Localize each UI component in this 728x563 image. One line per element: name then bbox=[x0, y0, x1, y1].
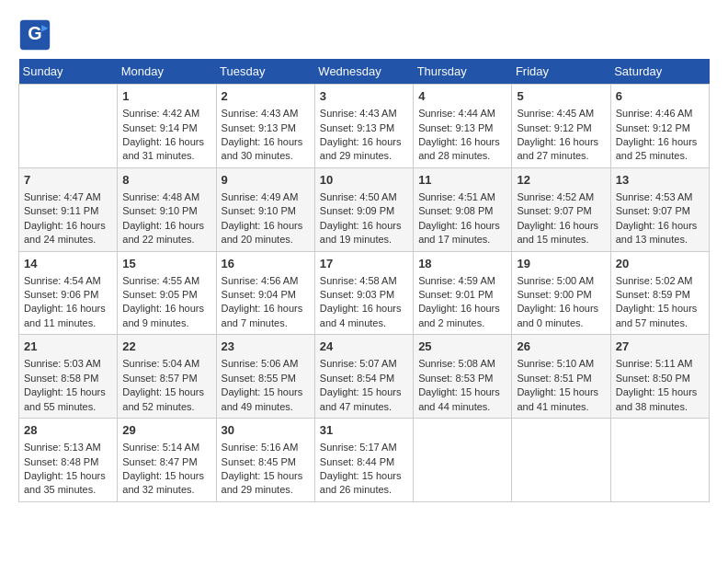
day-info: Sunset: 8:51 PM bbox=[517, 372, 605, 385]
day-info: Sunrise: 4:44 AM bbox=[418, 107, 506, 121]
day-info: Daylight: 15 hours bbox=[320, 469, 408, 483]
day-info: Sunset: 8:48 PM bbox=[24, 455, 112, 469]
calendar-cell: 31Sunrise: 5:17 AMSunset: 8:44 PMDayligh… bbox=[314, 419, 413, 502]
day-info: Sunrise: 4:53 AM bbox=[616, 190, 704, 204]
day-number: 10 bbox=[320, 172, 408, 189]
calendar-cell: 26Sunrise: 5:10 AMSunset: 8:51 PMDayligh… bbox=[512, 335, 610, 419]
calendar-cell: 27Sunrise: 5:11 AMSunset: 8:50 PMDayligh… bbox=[610, 335, 709, 419]
weekday-header-monday: Monday bbox=[118, 59, 216, 85]
calendar-cell: 4Sunrise: 4:44 AMSunset: 9:13 PMDaylight… bbox=[414, 85, 512, 168]
day-info: Sunrise: 4:54 AM bbox=[24, 274, 112, 288]
day-info: Daylight: 16 hours bbox=[517, 302, 605, 316]
day-info: Daylight: 16 hours bbox=[418, 219, 506, 233]
day-number: 16 bbox=[222, 256, 310, 272]
day-info: Sunset: 9:06 PM bbox=[24, 288, 112, 302]
day-info: Sunset: 9:04 PM bbox=[222, 288, 310, 302]
day-info: Sunset: 9:07 PM bbox=[616, 204, 704, 218]
day-number: 31 bbox=[320, 422, 408, 439]
calendar-cell bbox=[414, 419, 512, 502]
day-info: Daylight: 16 hours bbox=[122, 219, 210, 233]
day-number: 18 bbox=[418, 256, 506, 272]
calendar-cell bbox=[19, 85, 118, 168]
calendar-cell: 15Sunrise: 4:55 AMSunset: 9:05 PMDayligh… bbox=[118, 251, 216, 335]
day-number: 5 bbox=[517, 88, 605, 105]
day-info: Sunset: 9:12 PM bbox=[517, 121, 605, 135]
day-number: 7 bbox=[24, 172, 112, 189]
day-info: Sunrise: 4:48 AM bbox=[122, 190, 210, 204]
day-info: Daylight: 16 hours bbox=[24, 219, 112, 233]
day-info: Sunset: 9:10 PM bbox=[222, 204, 310, 218]
day-info: and 22 minutes. bbox=[122, 233, 210, 247]
day-info: and 13 minutes. bbox=[616, 233, 704, 247]
day-info: and 9 minutes. bbox=[122, 316, 210, 330]
calendar-header: SundayMondayTuesdayWednesdayThursdayFrid… bbox=[19, 59, 710, 85]
calendar-cell: 1Sunrise: 4:42 AMSunset: 9:14 PMDaylight… bbox=[118, 85, 216, 168]
day-number: 8 bbox=[122, 172, 210, 189]
weekday-header-saturday: Saturday bbox=[610, 59, 709, 85]
day-info: and 15 minutes. bbox=[517, 233, 605, 247]
day-info: Sunrise: 5:04 AM bbox=[122, 357, 210, 371]
calendar-cell: 20Sunrise: 5:02 AMSunset: 8:59 PMDayligh… bbox=[610, 251, 709, 335]
day-info: and 32 minutes. bbox=[122, 483, 210, 497]
day-info: Daylight: 15 hours bbox=[616, 302, 704, 316]
calendar-cell: 3Sunrise: 4:43 AMSunset: 9:13 PMDaylight… bbox=[314, 85, 413, 168]
day-info: Sunrise: 5:13 AM bbox=[24, 441, 112, 454]
day-info: and 4 minutes. bbox=[320, 316, 408, 330]
day-info: and 35 minutes. bbox=[24, 483, 112, 497]
day-number: 17 bbox=[320, 256, 408, 272]
calendar-cell: 16Sunrise: 4:56 AMSunset: 9:04 PMDayligh… bbox=[216, 251, 314, 335]
day-info: Sunrise: 4:49 AM bbox=[222, 190, 310, 204]
day-info: Sunset: 8:45 PM bbox=[222, 455, 310, 469]
day-info: Sunrise: 4:55 AM bbox=[122, 274, 210, 288]
week-row-1: 1Sunrise: 4:42 AMSunset: 9:14 PMDaylight… bbox=[19, 85, 710, 168]
day-info: Sunset: 9:14 PM bbox=[122, 121, 210, 135]
day-info: Sunrise: 5:06 AM bbox=[222, 357, 310, 371]
day-info: Sunset: 8:55 PM bbox=[222, 372, 310, 385]
weekday-header-tuesday: Tuesday bbox=[216, 59, 314, 85]
day-info: and 24 minutes. bbox=[24, 233, 112, 247]
day-info: Sunset: 9:13 PM bbox=[418, 121, 506, 135]
day-info: and 55 minutes. bbox=[24, 400, 112, 414]
day-info: Daylight: 16 hours bbox=[222, 302, 310, 316]
day-info: Sunset: 8:58 PM bbox=[24, 372, 112, 385]
svg-text:G: G bbox=[28, 23, 41, 43]
day-info: Daylight: 16 hours bbox=[320, 135, 408, 149]
calendar-cell: 2Sunrise: 4:43 AMSunset: 9:13 PMDaylight… bbox=[216, 85, 314, 168]
day-info: Daylight: 15 hours bbox=[24, 469, 112, 483]
day-number: 27 bbox=[616, 339, 704, 355]
day-info: Sunset: 9:01 PM bbox=[418, 288, 506, 302]
day-number: 12 bbox=[517, 172, 605, 189]
day-info: Daylight: 16 hours bbox=[517, 135, 605, 149]
day-info: Sunrise: 4:46 AM bbox=[616, 107, 704, 121]
day-info: Sunrise: 5:08 AM bbox=[418, 357, 506, 371]
logo-icon: G bbox=[18, 18, 51, 52]
calendar-table: SundayMondayTuesdayWednesdayThursdayFrid… bbox=[18, 59, 710, 502]
day-number: 20 bbox=[616, 256, 704, 272]
day-info: Sunrise: 5:10 AM bbox=[517, 357, 605, 371]
day-info: Sunset: 9:13 PM bbox=[222, 121, 310, 135]
day-info: and 57 minutes. bbox=[616, 316, 704, 330]
day-info: Sunrise: 4:47 AM bbox=[24, 190, 112, 204]
day-info: Daylight: 15 hours bbox=[222, 469, 310, 483]
week-row-2: 7Sunrise: 4:47 AMSunset: 9:11 PMDaylight… bbox=[19, 167, 710, 251]
weekday-header-sunday: Sunday bbox=[19, 59, 118, 85]
day-info: Sunset: 9:07 PM bbox=[517, 204, 605, 218]
calendar-cell: 29Sunrise: 5:14 AMSunset: 8:47 PMDayligh… bbox=[118, 419, 216, 502]
day-info: and 27 minutes. bbox=[517, 149, 605, 163]
day-info: and 19 minutes. bbox=[320, 233, 408, 247]
day-number: 11 bbox=[418, 172, 506, 189]
weekday-header-wednesday: Wednesday bbox=[314, 59, 413, 85]
day-info: Daylight: 16 hours bbox=[320, 219, 408, 233]
day-number: 3 bbox=[320, 88, 408, 105]
day-info: Sunrise: 4:43 AM bbox=[320, 107, 408, 121]
calendar-cell: 28Sunrise: 5:13 AMSunset: 8:48 PMDayligh… bbox=[19, 419, 118, 502]
day-info: and 41 minutes. bbox=[517, 400, 605, 414]
day-info: Sunset: 9:05 PM bbox=[122, 288, 210, 302]
day-info: Daylight: 15 hours bbox=[320, 385, 408, 399]
day-info: Sunrise: 4:52 AM bbox=[517, 190, 605, 204]
day-info: and 47 minutes. bbox=[320, 400, 408, 414]
day-info: Sunset: 8:47 PM bbox=[122, 455, 210, 469]
day-info: Sunset: 9:08 PM bbox=[418, 204, 506, 218]
day-info: Sunrise: 4:50 AM bbox=[320, 190, 408, 204]
day-number: 29 bbox=[122, 422, 210, 439]
